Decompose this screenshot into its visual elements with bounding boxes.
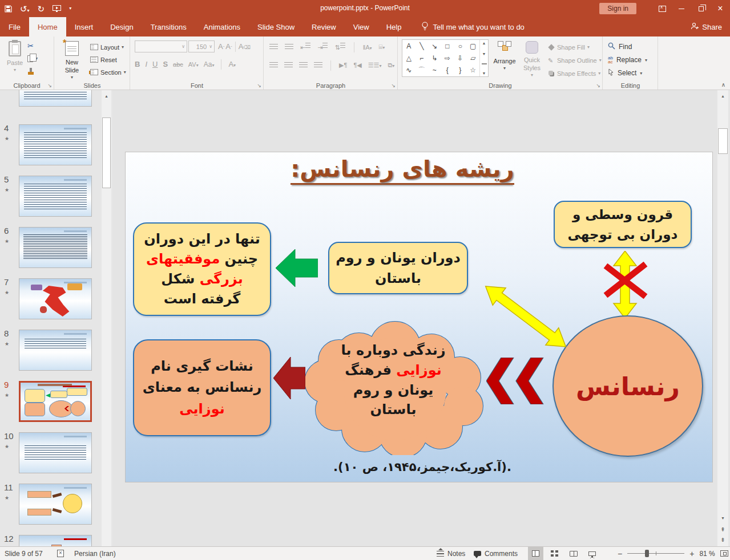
slide-thumbnail-12[interactable] (19, 535, 92, 546)
decrease-indent-button[interactable]: ⇤ (300, 43, 310, 51)
start-slideshow-icon[interactable] (53, 5, 61, 12)
line-spacing-button[interactable]: ⇅ (334, 43, 345, 51)
line-shape-icon[interactable]: ╲ (416, 40, 429, 52)
justify-button[interactable] (314, 62, 322, 69)
slide-thumbnail-partial[interactable] (19, 90, 92, 107)
shapes-scroll-up-icon[interactable]: ▲ (482, 41, 486, 45)
shape-achievements-box[interactable]: تنها در این دوران چنین موفقیتهای بزرگی ش… (133, 222, 271, 316)
quick-styles-button[interactable]: Quick Styles▾ (518, 39, 546, 82)
shapes-scroll-down-icon[interactable]: ▼ (482, 52, 486, 56)
find-button[interactable]: Find (608, 41, 632, 52)
restore-button[interactable] (691, 0, 711, 17)
main-scrollbar[interactable]: ▲ ▼ ⇞ ⇟ (717, 90, 728, 546)
copy-button[interactable]: ▾ (27, 52, 38, 64)
clipboard-dialog-launcher-icon[interactable]: ↘ (47, 83, 52, 88)
font-name-combo[interactable]: ∨ (135, 40, 187, 52)
next-slide-icon[interactable]: ⇟ (718, 535, 728, 544)
clear-formatting-button[interactable]: A⌫ (239, 42, 251, 51)
slide-thumbnail-5[interactable] (19, 176, 92, 217)
font-size-combo[interactable]: 150∨ (188, 40, 215, 52)
layout-button[interactable]: Layout▾ (90, 41, 124, 53)
down-arrow-shape-icon[interactable]: ⇩ (454, 52, 467, 64)
scribble-shape-icon[interactable]: ∿ (402, 64, 416, 76)
tab-slide-show[interactable]: Slide Show (249, 17, 303, 36)
zoom-level[interactable]: 81 % (699, 550, 715, 558)
shape-greece-rome-box[interactable]: دوران یونان و روم باستان (328, 242, 468, 294)
round-rect-shape-icon[interactable]: ▢ (467, 40, 480, 52)
language-indicator[interactable]: Persian (Iran) (74, 547, 116, 560)
paragraph-dialog-launcher-icon[interactable]: ↘ (391, 83, 396, 88)
curve-shape-icon[interactable]: ~ (428, 64, 441, 76)
align-right-button[interactable] (299, 62, 308, 69)
tab-insert[interactable]: Insert (66, 17, 102, 36)
rect-shape-icon[interactable]: □ (441, 40, 454, 52)
diag-arrow-shape-icon[interactable]: ↘ (428, 40, 441, 52)
shapes-more-icon[interactable]: ▼ (482, 71, 486, 75)
slide-thumbnail-10[interactable] (19, 432, 92, 473)
text-direction-button[interactable]: ‖A▾ (363, 44, 372, 51)
scroll-down-icon[interactable]: ▼ (718, 513, 728, 522)
align-text-button[interactable]: ⌸▾ (379, 43, 385, 51)
drawing-dialog-launcher-icon[interactable]: ↘ (596, 83, 600, 88)
save-icon[interactable] (5, 5, 12, 13)
tab-review[interactable]: Review (303, 17, 345, 36)
format-painter-button[interactable] (27, 65, 34, 77)
change-case-button[interactable]: Aa▾ (204, 60, 215, 68)
slide-thumbnail-11[interactable] (19, 484, 92, 525)
shape-middle-ages-box[interactable]: قرون وسطی و دوران بی توجهی (554, 201, 692, 248)
paste-button[interactable]: Paste▾ (1, 39, 29, 82)
thumbnail-scrollbar[interactable]: ▲ (102, 90, 111, 546)
cut-button[interactable]: ✂ (27, 40, 34, 52)
freeform-shape-icon[interactable]: ▱ (467, 52, 480, 64)
slide-number-indicator[interactable]: Slide 9 of 57 (5, 547, 43, 560)
previous-slide-icon[interactable]: ⇞ (718, 525, 728, 534)
citation-text[interactable]: .(آ.کوریک،جیمز،۱۹۴۵، ص ۱۰). (263, 460, 582, 474)
oval-shape-icon[interactable]: ○ (454, 40, 467, 52)
fit-slide-to-window-icon[interactable] (720, 550, 728, 557)
ribbon-display-options-icon[interactable] (652, 0, 672, 17)
shape-naming-box[interactable]: نشات گیری نام رنسانس به معنای نوزایی (133, 339, 271, 436)
italic-button[interactable]: I (145, 60, 147, 68)
normal-view-button[interactable] (528, 547, 543, 560)
dark-red-left-arrow-shape[interactable] (273, 355, 305, 401)
new-slide-button[interactable]: New Slide▾ (58, 39, 86, 82)
slide-thumbnail-9[interactable] (19, 381, 92, 422)
collapse-ribbon-icon[interactable]: ∧ (721, 82, 725, 88)
align-center-button[interactable] (284, 62, 293, 69)
increase-indent-button[interactable]: ⇥ (317, 43, 328, 51)
slide-canvas[interactable]: ریشه های رنسانس: قرون وسطی و دوران بی تو… (126, 152, 712, 482)
reading-view-button[interactable] (566, 547, 581, 560)
shrink-font-button[interactable]: Aˇ (225, 42, 232, 51)
spell-check-icon[interactable] (57, 547, 64, 560)
font-color-button[interactable]: A▾ (228, 60, 236, 68)
red-x-shape[interactable] (602, 257, 649, 306)
slide-thumbnail-4[interactable] (19, 124, 92, 165)
minimize-button[interactable] (672, 0, 691, 17)
bold-button[interactable]: B (135, 60, 140, 68)
bullets-button[interactable] (269, 44, 278, 51)
tab-animations[interactable]: Animations (195, 17, 249, 36)
shape-outline-button[interactable]: Shape Outline▾ (548, 54, 602, 66)
text-shadow-button[interactable]: S (163, 60, 168, 68)
arc-shape-icon[interactable]: ⌒ (416, 64, 429, 76)
arrange-button[interactable]: Arrange▾ (491, 39, 518, 82)
zoom-slider[interactable] (627, 553, 684, 554)
replace-button[interactable]: abac Replace▾ (608, 54, 647, 66)
slide-title[interactable]: ریشه های رنسانس: (274, 156, 531, 182)
brace-right-shape-icon[interactable]: } (454, 64, 467, 76)
star-shape-icon[interactable]: ☆ (467, 64, 480, 76)
align-left-button[interactable] (269, 62, 278, 69)
smartart-button[interactable]: ⧉▾ (388, 62, 395, 69)
font-dialog-launcher-icon[interactable]: ↘ (257, 83, 261, 88)
slide-thumbnail-8[interactable] (19, 330, 92, 371)
thumb-scroll-up-icon[interactable]: ▲ (102, 91, 111, 100)
sign-in-button[interactable]: Sign in (599, 3, 636, 14)
character-spacing-button[interactable]: AV▾ (188, 61, 199, 68)
columns-button[interactable]: ☰☰▾ (368, 62, 382, 69)
slide-sorter-view-button[interactable] (547, 547, 562, 560)
green-left-arrow-shape[interactable] (276, 249, 318, 287)
thumbnail-scrollbar-thumb[interactable] (102, 117, 111, 188)
slide-thumbnail-7[interactable] (19, 278, 92, 319)
grow-font-button[interactable]: Aˆ (218, 42, 224, 51)
customize-qat-icon[interactable]: ▾ (69, 6, 71, 11)
